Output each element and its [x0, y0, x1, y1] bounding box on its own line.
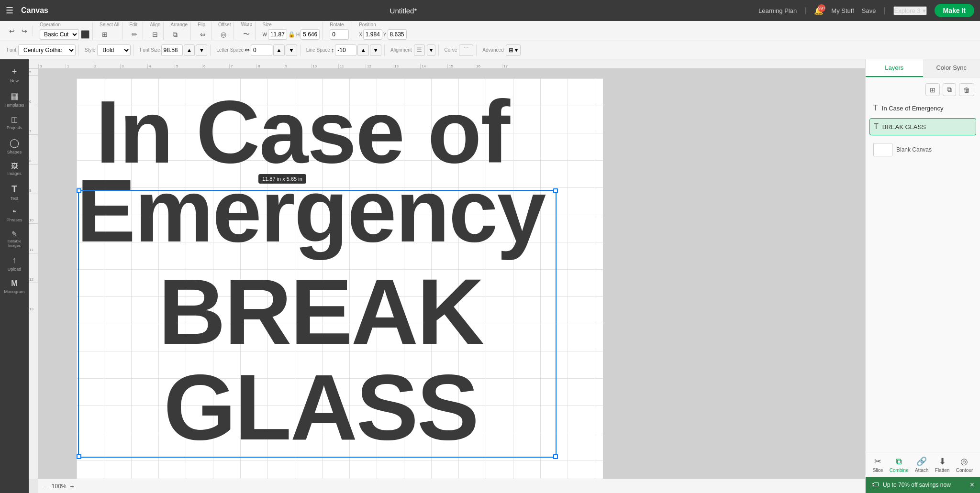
sidebar-label-phrases: Phrases [6, 218, 22, 222]
delete-button[interactable]: 🗑 [959, 83, 974, 96]
letter-space-up[interactable]: ▲ [273, 44, 285, 56]
advanced-button[interactable]: ⊞ ▾ [506, 44, 521, 56]
right-panel: Layers Color Sync ⊞ ⧉ 🗑 T In Case of Eme… [865, 59, 980, 493]
color-swatch[interactable] [81, 30, 89, 39]
warp-button[interactable]: 〜 [241, 29, 252, 40]
layer-2-t-icon: T [874, 122, 879, 131]
sidebar-item-editable-images[interactable]: ✎ Editable Images [0, 226, 29, 252]
width-input[interactable] [268, 29, 287, 40]
layer-item-1[interactable]: T In Case of Emergency [869, 100, 976, 116]
sidebar-item-templates[interactable]: ▦ Templates [0, 87, 29, 111]
handle-bottom-right[interactable] [553, 454, 558, 459]
blank-canvas-row: Blank Canvas [869, 139, 976, 160]
height-input[interactable] [301, 29, 320, 40]
line-space-up[interactable]: ▲ [357, 44, 369, 56]
operation-select[interactable]: Basic Cut [40, 29, 79, 40]
right-panel-content: ⊞ ⧉ 🗑 T In Case of Emergency T BREAK GLA… [866, 77, 980, 452]
sidebar-item-monogram[interactable]: M Monogram [0, 275, 29, 298]
font-size-up[interactable]: ▲ [184, 44, 195, 56]
font-label: Font [7, 47, 16, 53]
font-size-label: Font Size [140, 47, 160, 53]
sidebar-item-shapes[interactable]: ◯ Shapes [0, 134, 29, 158]
tab-color-sync[interactable]: Color Sync [923, 59, 980, 77]
zoom-in-button[interactable]: + [70, 482, 74, 490]
make-it-button[interactable]: Make It [935, 4, 974, 17]
edit-button[interactable]: ✏ [129, 29, 140, 40]
x-input[interactable] [363, 29, 382, 40]
canvas-container[interactable]: In Case of Emergency 11.87 in x 5.65 in … [38, 69, 865, 479]
flip-button[interactable]: ⇔ [198, 29, 208, 40]
blank-canvas-thumbnail[interactable] [873, 143, 892, 156]
letter-space-input[interactable] [251, 44, 272, 56]
font-select[interactable]: Century Gothic [18, 44, 76, 56]
editable-images-icon: ✎ [11, 230, 17, 238]
save-link[interactable]: Save [862, 7, 876, 14]
undo-button[interactable]: ↩ [7, 26, 17, 36]
x-label: X [359, 32, 362, 37]
explore-button[interactable]: Explore 3 ▾ [893, 6, 927, 15]
sidebar-label-templates: Templates [4, 103, 24, 108]
promo-text: Up to 70% off savings now [883, 482, 966, 488]
action-flatten[interactable]: ⬇ Flatten [935, 456, 950, 473]
layer-item-2[interactable]: T BREAK GLASS [869, 118, 976, 135]
sidebar-item-text[interactable]: T Text [0, 180, 29, 205]
tab-layers[interactable]: Layers [866, 59, 923, 77]
app-title: Canvas [21, 6, 48, 15]
learning-plan-link[interactable]: Learning Plan [758, 7, 797, 14]
my-stuff-link[interactable]: My Stuff [831, 7, 854, 14]
style-select[interactable]: Bold [97, 44, 131, 56]
letter-space-icon: ⇔ [245, 46, 250, 54]
curve-label: Curve [445, 47, 457, 53]
redo-button[interactable]: ↪ [19, 26, 30, 36]
group-button[interactable]: ⊞ [925, 83, 940, 96]
select-all-button[interactable]: ⊞ [100, 29, 110, 40]
align-button[interactable]: ⊟ [150, 29, 160, 40]
sidebar-item-phrases[interactable]: ❝ Phrases [0, 205, 29, 226]
promo-close-button[interactable]: × [970, 481, 974, 489]
zoom-level: 100% [52, 483, 67, 490]
zoom-out-button[interactable]: – [44, 482, 48, 490]
sidebar-item-projects[interactable]: ◫ Projects [0, 111, 29, 134]
text-glass[interactable]: GLASS [81, 361, 560, 454]
sidebar-item-upload[interactable]: ↑ Upload [0, 252, 29, 275]
letter-space-down[interactable]: ▼ [286, 44, 297, 56]
blank-canvas-label: Blank Canvas [896, 146, 932, 153]
notification-button[interactable]: 🔔 99+ [814, 6, 824, 15]
duplicate-button[interactable]: ⧉ [943, 83, 956, 96]
rotate-input[interactable] [330, 29, 349, 40]
text-break[interactable]: BREAK [81, 265, 560, 358]
style-label: Style [85, 47, 95, 53]
layer-tools: ⊞ ⧉ 🗑 [869, 81, 976, 100]
advanced-group: Advanced ⊞ ▾ [479, 44, 523, 56]
new-icon: + [12, 67, 17, 77]
nav-divider-1: | [804, 6, 806, 15]
line-space-input[interactable] [335, 44, 356, 56]
line-space-down[interactable]: ▼ [370, 44, 381, 56]
sidebar-item-new[interactable]: + New [0, 63, 29, 87]
arrange-group: Arrange ⧉ [167, 22, 191, 40]
hamburger-icon[interactable]: ☰ [6, 5, 13, 16]
y-input[interactable] [388, 29, 407, 40]
font-size-down[interactable]: ▼ [196, 44, 207, 56]
offset-button[interactable]: ◎ [218, 29, 229, 40]
text-emergency[interactable]: Emergency [77, 167, 560, 255]
position-label: Position [359, 22, 376, 27]
combine-label: Combine [890, 468, 909, 473]
lock-icon[interactable]: 🔒 [288, 31, 295, 38]
handle-bottom-left[interactable] [77, 454, 81, 459]
font-size-input[interactable] [161, 44, 183, 56]
action-slice[interactable]: ✂ Slice [873, 456, 883, 473]
canvas-surface[interactable]: In Case of Emergency 11.87 in x 5.65 in … [77, 78, 603, 479]
text-icon: T [11, 184, 17, 195]
action-combine[interactable]: ⧉ Combine [890, 457, 909, 473]
rotate-label: Rotate [330, 22, 344, 27]
upload-icon: ↑ [12, 255, 17, 265]
action-attach[interactable]: 🔗 Attach [915, 456, 928, 473]
action-contour[interactable]: ◎ Contour [956, 456, 973, 473]
sidebar-item-images[interactable]: 🖼 Images [0, 158, 29, 180]
doc-title: Untitled* [56, 7, 751, 15]
arrange-button[interactable]: ⧉ [170, 29, 180, 40]
align-left-button[interactable]: ☰ [414, 44, 425, 56]
align-chevron[interactable]: ▾ [427, 44, 435, 56]
curve-button[interactable]: ⌒ [459, 44, 473, 56]
